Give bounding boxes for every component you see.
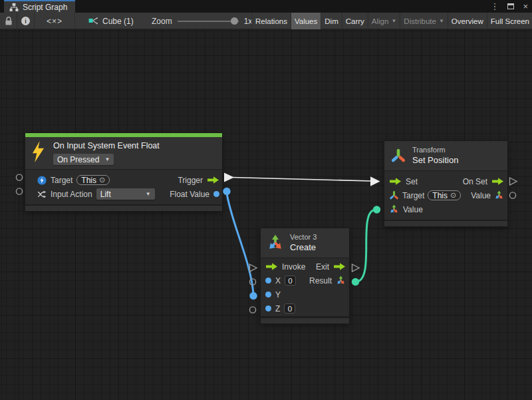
node-title: On Input System Event Float — [53, 141, 160, 150]
node-body: Invoke Exit X 0 Result — [261, 258, 349, 316]
object-picker-icon: ⊙ — [99, 176, 105, 184]
node-body: Target This ⊙ Trigger — [25, 169, 222, 204]
value-input-port[interactable] — [373, 206, 380, 213]
chevron-down-icon: ▼ — [146, 192, 151, 197]
align-button[interactable]: Align ▼ — [368, 13, 400, 29]
port-row-z: Z 0 — [261, 301, 349, 315]
port-row-target: Target This ⊙ Trigger — [25, 173, 222, 187]
input-action-dropdown[interactable]: Lift ▼ — [96, 188, 155, 200]
vector3-port-icon — [336, 276, 346, 286]
node-title: Create — [290, 242, 317, 252]
node-header: On Input System Event Float On Pressed ▼ — [25, 137, 222, 169]
z-value-field[interactable]: 0 — [284, 303, 295, 313]
float-port-icon — [265, 305, 271, 311]
zoom-slider[interactable] — [178, 13, 239, 29]
vector3-port-icon — [389, 204, 399, 214]
window-titlebar: Script Graph ⋮ × — [0, 0, 532, 13]
full-screen-button[interactable]: Full Screen — [487, 13, 532, 29]
zoom-slider-track[interactable] — [178, 21, 239, 22]
transform-port-icon — [389, 190, 399, 200]
zoom-slider-handle[interactable] — [231, 17, 238, 25]
node-footer — [25, 204, 222, 211]
flow-arrow-icon — [207, 176, 219, 184]
port-row-input-action: Input Action Lift ▼ Float Value — [25, 187, 222, 201]
window-controls: ⋮ × — [490, 0, 528, 13]
transform-icon — [390, 148, 406, 164]
node-category: Transform — [412, 146, 458, 154]
lock-icon — [5, 16, 13, 26]
node-category: Vector 3 — [290, 233, 317, 241]
chevron-down-icon: ▼ — [391, 19, 396, 24]
lightning-bolt-icon — [31, 141, 46, 162]
flow-arrow-icon — [265, 262, 278, 271]
chevron-down-icon: ▼ — [439, 19, 444, 24]
window-close-icon[interactable]: × — [523, 0, 528, 13]
graph-asset-icon — [88, 17, 98, 26]
target-object-field[interactable]: This ⊙ — [76, 175, 110, 185]
vector3-port-icon — [494, 190, 504, 200]
window-maximize-icon[interactable] — [507, 3, 514, 9]
graph-toolbar: i <×> Cube (1) Zoom 1x Relations Values … — [0, 13, 532, 29]
lock-button[interactable] — [0, 13, 17, 29]
flow-arrow-icon — [389, 177, 402, 186]
flow-arrow-icon — [333, 262, 346, 271]
distribute-button[interactable]: Distribute ▼ — [400, 13, 448, 29]
flow-arrow-icon — [491, 177, 504, 186]
target-object-field[interactable]: This ⊙ — [428, 190, 461, 200]
node-footer — [384, 220, 507, 226]
float-port-icon — [213, 191, 219, 197]
toolbar-buttons: Relations Values Dim Carry Align ▼ Distr… — [251, 13, 532, 29]
float-port-icon — [265, 278, 271, 284]
graph-breadcrumb[interactable]: Cube (1) — [88, 13, 134, 29]
result-output-port[interactable] — [352, 278, 359, 286]
chevron-down-icon: ▼ — [104, 157, 110, 162]
zoom-control: Zoom 1x — [152, 13, 252, 29]
input-action-icon — [37, 190, 47, 199]
node-title: Set Position — [412, 155, 458, 165]
relations-button[interactable]: Relations — [251, 13, 291, 29]
port-row-invoke: Invoke Exit — [261, 260, 349, 274]
input-system-icon — [37, 176, 47, 185]
node-footer — [261, 316, 349, 323]
port-row-value: Value — [384, 202, 507, 216]
inspect-button[interactable]: i — [17, 13, 35, 29]
event-mode-dropdown[interactable]: On Pressed ▼ — [53, 154, 114, 165]
overview-button[interactable]: Overview — [448, 13, 487, 29]
deselect-button[interactable]: <×> — [35, 13, 75, 29]
deselect-icon: <×> — [47, 17, 63, 26]
node-header: Vector 3 Create — [261, 228, 349, 258]
node-header: Transform Set Position — [384, 141, 507, 170]
y-input-port[interactable] — [249, 292, 257, 300]
carry-button[interactable]: Carry — [342, 13, 368, 29]
float-value-output-port[interactable] — [223, 188, 230, 195]
port-row-target: Target This ⊙ Value — [384, 188, 507, 202]
object-picker-icon: ⊙ — [450, 192, 456, 199]
tab-script-graph[interactable]: Script Graph — [4, 0, 75, 13]
script-graph-icon — [9, 3, 19, 12]
vector3-icon — [267, 234, 284, 252]
port-row-set: Set On Set — [384, 174, 507, 188]
tab-title: Script Graph — [23, 3, 67, 12]
dim-button[interactable]: Dim — [321, 13, 341, 29]
values-button[interactable]: Values — [291, 13, 321, 29]
graph-name-label: Cube (1) — [102, 17, 134, 26]
toolbar-left-group: i <×> — [0, 13, 75, 29]
float-port-icon — [265, 292, 271, 298]
node-body: Set On Set Target This ⊙ — [384, 170, 507, 220]
node-vector3-create[interactable]: Vector 3 Create Invoke Exit X 0 — [261, 228, 349, 323]
window-menu-icon[interactable]: ⋮ — [490, 0, 499, 13]
node-transform-set-position[interactable]: Transform Set Position Set On Set — [384, 141, 507, 226]
info-icon: i — [21, 17, 30, 25]
port-row-x: X 0 Result — [261, 274, 349, 288]
x-value-field[interactable]: 0 — [285, 276, 296, 286]
node-on-input-system-event-float[interactable]: On Input System Event Float On Pressed ▼… — [25, 133, 222, 211]
port-row-y: Y — [261, 288, 349, 301]
info-glyph: i — [25, 18, 27, 25]
zoom-label: Zoom — [152, 17, 172, 26]
